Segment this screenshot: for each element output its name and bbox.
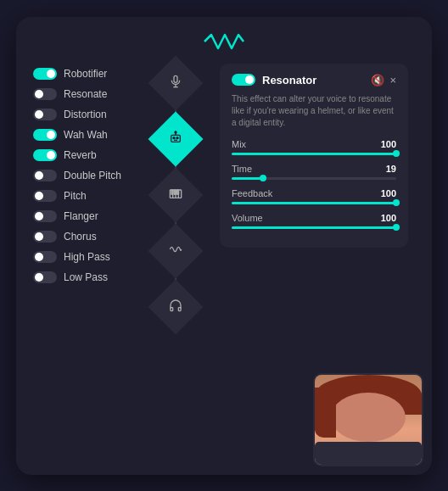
effects-chain	[156, 64, 195, 326]
svg-point-7	[175, 131, 176, 133]
effects-sidebar: Robotifier Resonate Distortion Wah Wah R…	[33, 68, 143, 283]
param-time-label: Time	[232, 164, 252, 174]
toggle-double-pitch[interactable]	[33, 170, 57, 181]
svg-rect-13	[174, 190, 176, 194]
toggle-pitch[interactable]	[33, 190, 57, 202]
webcam-face	[315, 375, 422, 465]
app-logo	[203, 32, 245, 56]
panel-toggle[interactable]	[232, 74, 255, 86]
svg-rect-16	[178, 307, 181, 310]
effect-node-wave[interactable]	[148, 223, 203, 278]
toggle-resonate[interactable]	[33, 88, 57, 100]
param-mix-track[interactable]	[232, 153, 396, 155]
svg-rect-15	[171, 307, 173, 310]
sidebar-item-robotifier[interactable]: Robotifier	[33, 68, 143, 80]
svg-rect-12	[171, 190, 173, 194]
param-time-track[interactable]	[232, 177, 396, 180]
effect-node-headphones[interactable]	[148, 279, 203, 334]
sidebar-item-pitch[interactable]: Pitch	[33, 190, 143, 202]
resonator-panel: Resonator 🔇 × This effect can alter your…	[220, 64, 408, 248]
effect-node-robot[interactable]	[148, 111, 203, 166]
sidebar-item-wah-wah[interactable]: Wah Wah	[33, 129, 143, 141]
sidebar-label-pitch: Pitch	[64, 190, 87, 202]
toggle-distortion[interactable]	[33, 109, 57, 120]
mic-icon	[169, 75, 182, 92]
svg-rect-0	[174, 75, 177, 82]
svg-point-5	[176, 137, 178, 138]
sidebar-label-robotifier: Robotifier	[64, 68, 107, 80]
sidebar-item-double-pitch[interactable]: Double Pitch	[33, 170, 143, 181]
sidebar-item-high-pass[interactable]: High Pass	[33, 251, 143, 263]
panel-title: Resonator	[262, 74, 316, 86]
param-feedback-track[interactable]	[232, 202, 396, 204]
sidebar-label-chorus: Chorus	[64, 231, 97, 243]
param-feedback: Feedback 100	[232, 188, 396, 204]
toggle-reverb[interactable]	[33, 149, 57, 161]
sidebar-item-reverb[interactable]: Reverb	[33, 149, 143, 161]
param-mix-header: Mix 100	[232, 139, 396, 149]
param-feedback-fill	[232, 202, 396, 204]
param-feedback-value: 100	[381, 188, 396, 198]
sidebar-label-low-pass: Low Pass	[64, 271, 108, 283]
toggle-flanger[interactable]	[33, 210, 57, 222]
sidebar-label-resonate: Resonate	[64, 88, 107, 100]
param-feedback-label: Feedback	[232, 188, 272, 198]
speaker-icon[interactable]: 🔇	[371, 74, 384, 86]
svg-rect-14	[177, 190, 179, 194]
sidebar-item-low-pass[interactable]: Low Pass	[33, 271, 143, 283]
param-mix-fill	[232, 153, 396, 155]
sidebar-label-high-pass: High Pass	[64, 251, 110, 263]
param-time: Time 19	[232, 164, 396, 180]
param-mix-value: 100	[381, 139, 396, 149]
toggle-low-pass[interactable]	[33, 271, 57, 283]
sidebar-label-wah-wah: Wah Wah	[64, 129, 108, 141]
param-volume-fill	[232, 226, 396, 229]
robot-icon	[169, 131, 182, 148]
headphones-icon	[169, 299, 182, 315]
sidebar-label-double-pitch: Double Pitch	[64, 170, 121, 181]
param-feedback-thumb[interactable]	[393, 199, 400, 206]
toggle-chorus[interactable]	[33, 231, 57, 243]
sidebar-item-chorus[interactable]: Chorus	[33, 231, 143, 243]
param-mix-thumb[interactable]	[393, 150, 400, 157]
param-time-fill	[232, 177, 263, 180]
sidebar-item-distortion[interactable]: Distortion	[33, 109, 143, 120]
sidebar-item-resonate[interactable]: Resonate	[33, 88, 143, 100]
wave-icon	[169, 243, 182, 259]
param-volume: Volume 100	[232, 213, 396, 229]
param-volume-value: 100	[381, 213, 396, 223]
param-volume-label: Volume	[232, 213, 263, 223]
param-mix-label: Mix	[232, 139, 246, 149]
param-feedback-header: Feedback 100	[232, 188, 396, 198]
panel-description: This effect can alter your voice to reso…	[232, 93, 396, 129]
param-time-header: Time 19	[232, 164, 396, 174]
param-mix: Mix 100	[232, 139, 396, 155]
panel-title-group: Resonator	[232, 74, 316, 86]
toggle-robotifier[interactable]	[33, 68, 57, 80]
param-volume-header: Volume 100	[232, 213, 396, 223]
effect-node-piano[interactable]	[148, 167, 203, 222]
sidebar-item-flanger[interactable]: Flanger	[33, 210, 143, 222]
param-time-thumb[interactable]	[260, 175, 266, 181]
app-container: Robotifier Resonate Distortion Wah Wah R…	[16, 17, 432, 475]
webcam-preview	[313, 373, 423, 466]
param-volume-thumb[interactable]	[393, 224, 400, 231]
toggle-high-pass[interactable]	[33, 251, 57, 263]
panel-header: Resonator 🔇 ×	[232, 74, 396, 86]
svg-point-4	[173, 137, 175, 138]
param-volume-track[interactable]	[232, 226, 396, 229]
sidebar-label-reverb: Reverb	[64, 149, 97, 161]
sidebar-label-distortion: Distortion	[64, 109, 107, 120]
panel-controls: 🔇 ×	[371, 74, 396, 86]
toggle-wah-wah[interactable]	[33, 129, 57, 141]
sidebar-label-flanger: Flanger	[64, 210, 98, 222]
effect-node-mic[interactable]	[148, 55, 203, 110]
param-time-value: 19	[386, 164, 396, 174]
close-button[interactable]: ×	[389, 74, 396, 86]
piano-icon	[169, 187, 182, 204]
